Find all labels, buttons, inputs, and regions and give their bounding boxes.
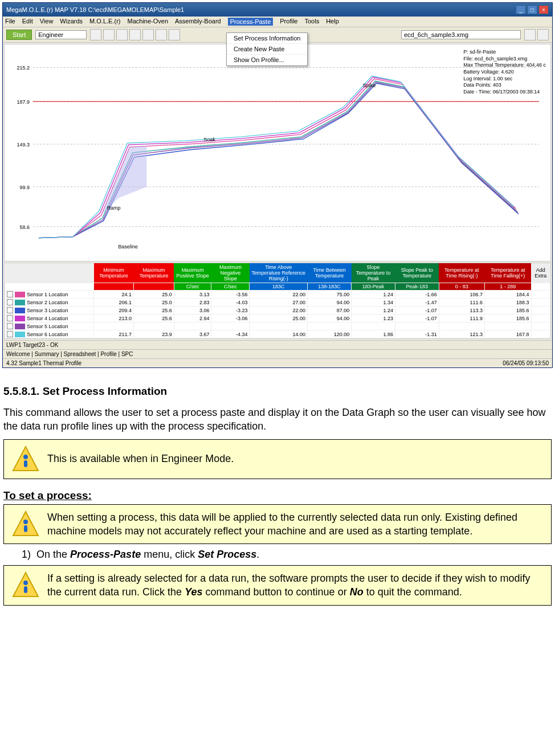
maximize-button[interactable]: □ [527,5,537,14]
menubar: File Edit View Wizards M.O.L.E.(r) Machi… [3,17,552,27]
svg-text:Ramp: Ramp [107,205,121,211]
tool-icon[interactable] [142,29,154,40]
bottom-tabs[interactable]: Welcome | Summary | Spreadsheet | Profil… [3,349,552,358]
app-window: MegaM.O.L.E.(r) MAP V7.18 C:\ecd\MEGAMOL… [2,2,553,368]
table-row: Sensor 6 Location211.723.93.67-4.3414.00… [5,330,550,338]
menu-wizards[interactable]: Wizards [60,18,83,26]
row-checkbox[interactable] [7,299,13,305]
tool-icon[interactable] [129,29,141,40]
svg-point-19 [23,520,28,524]
svg-rect-20 [24,525,27,532]
dropdown-create-paste[interactable]: Create New Paste [227,44,307,55]
status-left: 4.32 Sample1 Thermal Profile [6,360,81,366]
svg-text:215.2: 215.2 [17,65,29,71]
menu-machine[interactable]: Machine-Oven [127,18,168,26]
svg-text:Baseline: Baseline [119,244,138,250]
nav-down-icon[interactable] [537,29,549,40]
data-table: Minimum TemperatureMaximum Temperature M… [4,263,551,339]
tool-icon[interactable] [169,29,180,40]
svg-text:99.9: 99.9 [19,185,29,190]
note-text: This is available when in Engineer Mode. [47,452,234,465]
menu-process-paste[interactable]: Process-Paste [228,18,274,26]
tool-icon[interactable] [116,29,128,40]
start-button[interactable]: Start [6,30,32,40]
menu-assembly[interactable]: Assembly-Board [175,18,221,26]
note-text: When setting a process, this data will b… [47,510,543,538]
svg-point-22 [23,581,28,585]
svg-rect-17 [24,460,27,467]
toolbar-icons [90,29,180,40]
note-engineer-mode: This is available when in Engineer Mode. [3,439,552,479]
menu-edit[interactable]: Edit [22,18,33,26]
svg-text:149.3: 149.3 [17,142,29,148]
add-extra-button[interactable]: Add Extra [531,263,550,283]
row-checkbox[interactable] [7,323,13,329]
menu-profile[interactable]: Profile [280,18,297,26]
dropdown-set-process[interactable]: Set Process Information [227,33,307,44]
note-modify-prompt: If a setting is already selected for a d… [3,565,552,606]
svg-text:Spike: Spike [363,83,376,88]
status-bar: 4.32 Sample1 Thermal Profile 06/24/05 09… [3,358,552,367]
subsection-heading: To set a process: [3,489,552,502]
tool-icon[interactable] [103,29,115,40]
note-text: If a setting is already selected for a d… [47,571,543,599]
titlebar: MegaM.O.L.E.(r) MAP V7.18 C:\ecd\MEGAMOL… [3,3,552,17]
table-row: Sensor 5 Location [5,322,550,330]
table-row: Sensor 3 Location209.425.63.06-3.2322.00… [5,307,550,314]
section-heading: 5.5.8.1. Set Process Information [3,385,552,398]
mode-select[interactable]: Engineer [35,30,87,39]
file-select[interactable]: ecd_6ch_sample3.xmg [401,30,521,39]
chart-area: P: sd-fir-Paste File: ecd_6ch_sample3.xm… [4,44,551,261]
table-row: Sensor 4 Location213.025.62.94-3.0625.00… [5,314,550,322]
menu-view[interactable]: View [40,18,54,26]
row-checkbox[interactable] [7,331,13,337]
status-right: 06/24/05 09:13:50 [503,360,549,366]
step-1: 1) On the Process-Paste menu, click Set … [22,549,552,561]
svg-rect-23 [24,586,27,593]
table-header-row: Minimum TemperatureMaximum Temperature M… [5,263,550,283]
info-icon [12,571,39,599]
tool-icon[interactable] [90,29,101,40]
row-checkbox[interactable] [7,307,13,313]
menu-tools[interactable]: Tools [304,18,319,26]
minimize-button[interactable]: _ [516,5,526,14]
dropdown-show-on-profile[interactable]: Show On Profile... [227,55,307,66]
info-icon [12,510,39,538]
process-paste-dropdown: Set Process Information Create New Paste… [226,32,308,66]
table-row: Sensor 1 Location24.125.03.13-3.5622.007… [5,291,550,299]
row-checkbox[interactable] [7,315,13,321]
chart-info-box: P: sd-fir-Paste File: ecd_6ch_sample3.xm… [463,49,546,96]
svg-point-16 [23,455,28,459]
menu-help[interactable]: Help [326,18,339,26]
svg-text:187.9: 187.9 [17,99,29,105]
section-intro: This command allows the user to set a pr… [3,406,552,434]
nav-up-icon[interactable] [524,29,536,40]
menu-file[interactable]: File [5,18,15,26]
table-row: Sensor 2 Location206.125.02.83-4.0327.00… [5,299,550,307]
svg-text:58.6: 58.6 [19,224,29,230]
tool-icon[interactable] [156,29,167,40]
row-checkbox[interactable] [7,291,13,297]
doc-section: 5.5.8.1. Set Process Information This co… [0,370,555,612]
note-apply-warning: When setting a process, this data will b… [3,504,552,545]
svg-text:Soak: Soak [203,137,215,142]
info-icon [12,446,39,473]
lower-tabs[interactable]: LWP1 Target23 - OK [3,340,552,349]
close-button[interactable]: × [538,5,549,14]
window-title: MegaM.O.L.E.(r) MAP V7.18 C:\ecd\MEGAMOL… [6,6,184,13]
menu-mole[interactable]: M.O.L.E.(r) [89,18,120,26]
